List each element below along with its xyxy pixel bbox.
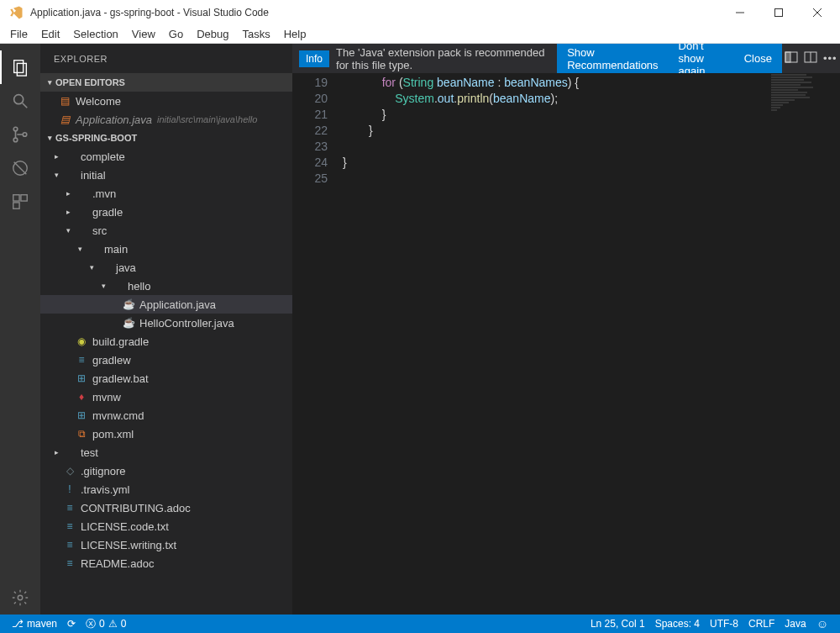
file-item[interactable]: ◇.gitignore: [40, 462, 292, 480]
file-type-icon: ≡: [62, 539, 77, 551]
split-editor-icon[interactable]: [785, 50, 798, 66]
menu-file[interactable]: File: [3, 26, 34, 42]
window-titlebar: Application.java - gs-spring-boot - Visu…: [0, 0, 840, 25]
open-editor-item[interactable]: ▤Application.javainitial\src\main\java\h…: [40, 110, 292, 129]
activity-search[interactable]: [0, 84, 40, 118]
folder-item[interactable]: ▾hello: [40, 277, 292, 295]
chevron-down-icon: ▾: [86, 263, 97, 272]
file-type-icon: ◇: [62, 465, 77, 477]
chevron-right-icon: ▸: [50, 152, 62, 161]
menu-selection[interactable]: Selection: [66, 26, 124, 42]
file-item[interactable]: ≡gradlew: [40, 351, 292, 369]
file-icon: ▤: [57, 95, 72, 107]
file-item[interactable]: ≡CONTRIBUTING.adoc: [40, 498, 292, 517]
notification-bar: Info The 'Java' extension pack is recomm…: [292, 44, 840, 73]
svg-line-12: [14, 162, 27, 175]
project-header[interactable]: ▾ GS-SPRING-BOOT: [40, 129, 292, 147]
file-item[interactable]: ≡LICENSE.code.txt: [40, 517, 292, 535]
chevron-down-icon: ▾: [62, 226, 74, 235]
folder-item[interactable]: ▾java: [40, 258, 292, 277]
menu-tasks[interactable]: Tasks: [235, 26, 276, 42]
menu-debug[interactable]: Debug: [190, 26, 235, 42]
status-bar: ⎇ maven ⟳ ⓧ0 ⚠0 Ln 25, Col 1 Spaces: 4 U…: [0, 615, 840, 633]
feedback-icon[interactable]: ☺: [811, 617, 833, 630]
code-content[interactable]: for (String beanName : beanNames) { Syst…: [343, 73, 840, 615]
notification-badge: Info: [299, 50, 329, 67]
window-close-button[interactable]: [798, 0, 837, 25]
minimap[interactable]: [768, 73, 827, 174]
open-editor-item[interactable]: ▤Welcome: [40, 92, 292, 110]
activity-debug[interactable]: [0, 151, 40, 185]
menu-edit[interactable]: Edit: [34, 26, 66, 42]
file-type-icon: ≡: [62, 557, 77, 569]
status-sync[interactable]: ⟳: [62, 618, 81, 630]
file-type-icon: ⧉: [74, 428, 89, 440]
status-line-col[interactable]: Ln 25, Col 1: [585, 618, 650, 630]
file-item[interactable]: ≡README.adoc: [40, 554, 292, 572]
chevron-down-icon: ▾: [44, 134, 55, 142]
folder-item[interactable]: ▸test: [40, 443, 292, 462]
file-item[interactable]: ≡LICENSE.writing.txt: [40, 535, 292, 554]
folder-item[interactable]: ▾src: [40, 221, 292, 240]
more-icon[interactable]: •••: [823, 52, 837, 65]
svg-rect-18: [785, 52, 790, 62]
layout-icon[interactable]: [804, 50, 817, 66]
file-icon: ▤: [57, 113, 72, 125]
status-eol[interactable]: CRLF: [743, 618, 780, 630]
svg-point-10: [23, 133, 27, 137]
file-type-icon: ☕: [121, 298, 136, 310]
folder-item[interactable]: ▾main: [40, 240, 292, 258]
folder-item[interactable]: ▸gradle: [40, 203, 292, 221]
folder-item[interactable]: ▸.mvn: [40, 184, 292, 203]
menu-view[interactable]: View: [125, 26, 162, 42]
svg-rect-4: [14, 61, 24, 73]
activity-source-control[interactable]: [0, 118, 40, 151]
svg-point-8: [13, 127, 18, 131]
status-spaces[interactable]: Spaces: 4: [650, 618, 705, 630]
vscode-icon: [8, 4, 25, 21]
menu-go[interactable]: Go: [162, 26, 190, 42]
window-title: Application.java - gs-spring-boot - Visu…: [30, 7, 269, 18]
status-problems[interactable]: ⓧ0 ⚠0: [81, 617, 131, 631]
sidebar-title: EXPLORER: [40, 44, 292, 73]
activity-settings[interactable]: [0, 581, 40, 615]
svg-line-7: [23, 103, 28, 108]
chevron-down-icon: ▾: [50, 171, 62, 179]
status-branch[interactable]: ⎇ maven: [7, 618, 62, 630]
notification-action-close[interactable]: Close: [734, 44, 782, 73]
file-item[interactable]: ☕Application.java: [40, 295, 292, 314]
file-item[interactable]: ⊞mvnw.cmd: [40, 406, 292, 425]
explorer-sidebar: EXPLORER ▾ OPEN EDITORS ▤Welcome▤Applica…: [40, 44, 292, 615]
line-gutter: 19202122232425: [292, 73, 343, 615]
svg-point-6: [14, 95, 24, 104]
status-encoding[interactable]: UTF-8: [705, 618, 743, 630]
chevron-right-icon: ▸: [62, 208, 74, 216]
svg-point-9: [13, 138, 18, 142]
file-item[interactable]: ☕HelloController.java: [40, 314, 292, 332]
window-maximize-button[interactable]: [759, 0, 798, 25]
notification-action-don-t-show-again[interactable]: Don't show again: [669, 44, 734, 73]
svg-rect-13: [13, 195, 19, 201]
menu-help[interactable]: Help: [277, 26, 313, 42]
file-item[interactable]: ♦mvnw: [40, 388, 292, 406]
folder-item[interactable]: ▸complete: [40, 147, 292, 166]
svg-point-16: [18, 595, 23, 600]
file-item[interactable]: ⧉pom.xml: [40, 425, 292, 443]
file-type-icon: ⊞: [74, 372, 89, 384]
open-editors-header[interactable]: ▾ OPEN EDITORS: [40, 73, 292, 92]
file-type-icon: ≡: [62, 502, 77, 514]
file-item[interactable]: ⊞gradlew.bat: [40, 369, 292, 388]
file-type-icon: ≡: [74, 354, 89, 366]
chevron-right-icon: ▸: [62, 189, 74, 198]
error-icon: ⓧ: [86, 617, 96, 631]
status-language[interactable]: Java: [780, 618, 811, 630]
file-type-icon: ♦: [74, 391, 89, 403]
activity-extensions[interactable]: [0, 185, 40, 219]
notification-action-show-recommendations[interactable]: Show Recommendations: [557, 44, 668, 73]
code-editor[interactable]: 19202122232425 for (String beanName : be…: [292, 73, 840, 615]
file-item[interactable]: ◉build.gradle: [40, 332, 292, 351]
folder-item[interactable]: ▾initial: [40, 166, 292, 184]
window-minimize-button[interactable]: [721, 0, 759, 25]
file-item[interactable]: !.travis.yml: [40, 480, 292, 498]
activity-explorer[interactable]: [0, 50, 40, 84]
